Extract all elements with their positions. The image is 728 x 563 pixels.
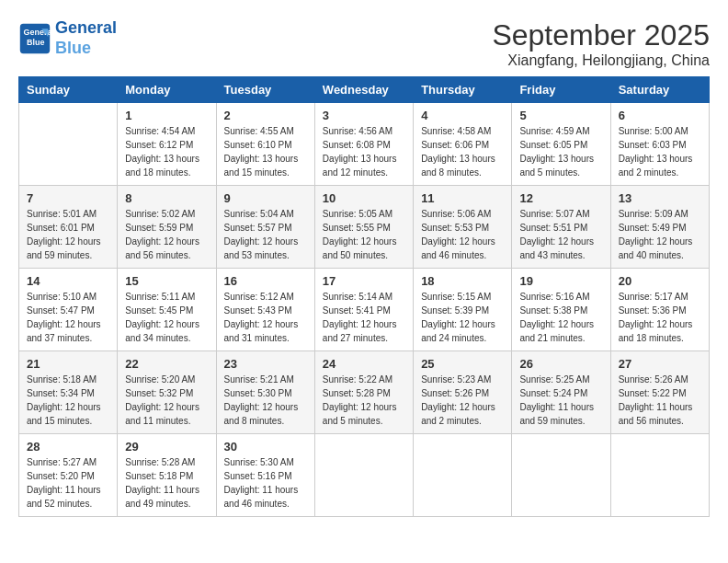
day-number: 15: [125, 274, 208, 288]
day-info: Sunrise: 5:09 AM Sunset: 5:49 PM Dayligh…: [619, 207, 701, 262]
day-info: Sunrise: 5:11 AM Sunset: 5:45 PM Dayligh…: [125, 290, 208, 345]
day-number: 14: [27, 274, 109, 288]
calendar-cell: [314, 434, 413, 517]
calendar-week-row: 21Sunrise: 5:18 AM Sunset: 5:34 PM Dayli…: [19, 351, 710, 434]
day-info: Sunrise: 5:04 AM Sunset: 5:57 PM Dayligh…: [224, 207, 307, 262]
calendar-cell: 19Sunrise: 5:16 AM Sunset: 5:38 PM Dayli…: [512, 269, 610, 351]
column-header-friday: Friday: [512, 77, 610, 103]
calendar-cell: 18Sunrise: 5:15 AM Sunset: 5:39 PM Dayli…: [414, 269, 512, 351]
day-info: Sunrise: 5:14 AM Sunset: 5:41 PM Dayligh…: [323, 290, 405, 345]
day-info: Sunrise: 5:22 AM Sunset: 5:28 PM Dayligh…: [323, 373, 405, 428]
calendar-cell: 8Sunrise: 5:02 AM Sunset: 5:59 PM Daylig…: [118, 186, 216, 269]
calendar-cell: 1Sunrise: 4:54 AM Sunset: 6:12 PM Daylig…: [118, 103, 216, 186]
calendar-cell: 16Sunrise: 5:12 AM Sunset: 5:43 PM Dayli…: [216, 269, 314, 351]
page-header: General Blue General Blue September 2025…: [18, 18, 710, 69]
day-number: 4: [421, 109, 504, 122]
calendar-cell: 7Sunrise: 5:01 AM Sunset: 6:01 PM Daylig…: [19, 186, 118, 269]
day-info: Sunrise: 5:01 AM Sunset: 6:01 PM Dayligh…: [27, 207, 109, 262]
calendar-cell: 28Sunrise: 5:27 AM Sunset: 5:20 PM Dayli…: [19, 434, 118, 517]
calendar-cell: [610, 434, 709, 517]
svg-text:Blue: Blue: [27, 38, 45, 47]
day-number: 27: [619, 357, 701, 371]
day-info: Sunrise: 5:05 AM Sunset: 5:55 PM Dayligh…: [323, 207, 405, 262]
day-number: 19: [519, 274, 602, 288]
calendar-cell: 17Sunrise: 5:14 AM Sunset: 5:41 PM Dayli…: [314, 269, 413, 351]
logo-text: General Blue: [55, 18, 117, 58]
logo: General Blue General Blue: [18, 18, 117, 58]
day-info: Sunrise: 5:30 AM Sunset: 5:16 PM Dayligh…: [224, 455, 307, 511]
column-header-thursday: Thursday: [414, 77, 512, 103]
page-subtitle: Xiangfang, Heilongjiang, China: [492, 52, 710, 69]
column-header-tuesday: Tuesday: [216, 77, 314, 103]
calendar-cell: 15Sunrise: 5:11 AM Sunset: 5:45 PM Dayli…: [118, 269, 216, 351]
day-info: Sunrise: 5:28 AM Sunset: 5:18 PM Dayligh…: [125, 455, 208, 511]
title-block: September 2025 Xiangfang, Heilongjiang, …: [492, 18, 710, 69]
day-info: Sunrise: 5:10 AM Sunset: 5:47 PM Dayligh…: [27, 290, 109, 345]
calendar-cell: [19, 103, 118, 186]
calendar-cell: 30Sunrise: 5:30 AM Sunset: 5:16 PM Dayli…: [216, 434, 314, 517]
day-number: 7: [27, 191, 109, 205]
logo-icon: General Blue: [18, 22, 51, 55]
calendar-cell: 20Sunrise: 5:17 AM Sunset: 5:36 PM Dayli…: [610, 269, 709, 351]
calendar-cell: 11Sunrise: 5:06 AM Sunset: 5:53 PM Dayli…: [414, 186, 512, 269]
day-info: Sunrise: 4:56 AM Sunset: 6:08 PM Dayligh…: [323, 124, 405, 179]
day-number: 13: [619, 191, 701, 205]
column-header-monday: Monday: [118, 77, 216, 103]
day-info: Sunrise: 5:26 AM Sunset: 5:22 PM Dayligh…: [619, 373, 701, 428]
day-info: Sunrise: 5:06 AM Sunset: 5:53 PM Dayligh…: [421, 207, 504, 262]
column-header-saturday: Saturday: [610, 77, 709, 103]
day-number: 17: [323, 274, 405, 288]
calendar-week-row: 7Sunrise: 5:01 AM Sunset: 6:01 PM Daylig…: [19, 186, 710, 269]
day-number: 18: [421, 274, 504, 288]
day-number: 28: [27, 440, 109, 454]
day-number: 5: [519, 109, 602, 122]
calendar-cell: 26Sunrise: 5:25 AM Sunset: 5:24 PM Dayli…: [512, 351, 610, 434]
calendar-cell: 21Sunrise: 5:18 AM Sunset: 5:34 PM Dayli…: [19, 351, 118, 434]
day-number: 26: [519, 357, 602, 371]
day-info: Sunrise: 5:20 AM Sunset: 5:32 PM Dayligh…: [125, 373, 208, 428]
calendar-week-row: 14Sunrise: 5:10 AM Sunset: 5:47 PM Dayli…: [19, 269, 710, 351]
calendar-cell: 24Sunrise: 5:22 AM Sunset: 5:28 PM Dayli…: [314, 351, 413, 434]
calendar-week-row: 28Sunrise: 5:27 AM Sunset: 5:20 PM Dayli…: [19, 434, 710, 517]
day-info: Sunrise: 5:12 AM Sunset: 5:43 PM Dayligh…: [224, 290, 307, 345]
day-number: 10: [323, 191, 405, 205]
day-info: Sunrise: 4:58 AM Sunset: 6:06 PM Dayligh…: [421, 124, 504, 179]
day-info: Sunrise: 4:59 AM Sunset: 6:05 PM Dayligh…: [519, 124, 602, 179]
calendar-cell: 4Sunrise: 4:58 AM Sunset: 6:06 PM Daylig…: [414, 103, 512, 186]
calendar-cell: 2Sunrise: 4:55 AM Sunset: 6:10 PM Daylig…: [216, 103, 314, 186]
day-info: Sunrise: 5:23 AM Sunset: 5:26 PM Dayligh…: [421, 373, 504, 428]
column-header-sunday: Sunday: [19, 77, 118, 103]
day-number: 8: [125, 191, 208, 205]
day-number: 22: [125, 357, 208, 371]
day-number: 24: [323, 357, 405, 371]
calendar-cell: [414, 434, 512, 517]
day-number: 3: [323, 109, 405, 122]
day-number: 25: [421, 357, 504, 371]
day-info: Sunrise: 5:16 AM Sunset: 5:38 PM Dayligh…: [519, 290, 602, 345]
day-number: 2: [224, 109, 307, 122]
calendar-cell: 5Sunrise: 4:59 AM Sunset: 6:05 PM Daylig…: [512, 103, 610, 186]
calendar-cell: 3Sunrise: 4:56 AM Sunset: 6:08 PM Daylig…: [314, 103, 413, 186]
day-info: Sunrise: 5:27 AM Sunset: 5:20 PM Dayligh…: [27, 455, 109, 511]
calendar-body: 1Sunrise: 4:54 AM Sunset: 6:12 PM Daylig…: [19, 103, 710, 517]
calendar-cell: 14Sunrise: 5:10 AM Sunset: 5:47 PM Dayli…: [19, 269, 118, 351]
calendar-cell: 13Sunrise: 5:09 AM Sunset: 5:49 PM Dayli…: [610, 186, 709, 269]
day-info: Sunrise: 4:54 AM Sunset: 6:12 PM Dayligh…: [125, 124, 208, 179]
column-header-wednesday: Wednesday: [314, 77, 413, 103]
day-info: Sunrise: 5:25 AM Sunset: 5:24 PM Dayligh…: [519, 373, 602, 428]
day-number: 30: [224, 440, 307, 454]
day-info: Sunrise: 5:02 AM Sunset: 5:59 PM Dayligh…: [125, 207, 208, 262]
calendar-table: SundayMondayTuesdayWednesdayThursdayFrid…: [18, 76, 710, 517]
day-info: Sunrise: 5:21 AM Sunset: 5:30 PM Dayligh…: [224, 373, 307, 428]
day-info: Sunrise: 5:00 AM Sunset: 6:03 PM Dayligh…: [619, 124, 701, 179]
day-info: Sunrise: 5:17 AM Sunset: 5:36 PM Dayligh…: [619, 290, 701, 345]
calendar-cell: 23Sunrise: 5:21 AM Sunset: 5:30 PM Dayli…: [216, 351, 314, 434]
calendar-header: SundayMondayTuesdayWednesdayThursdayFrid…: [19, 77, 710, 103]
calendar-header-row: SundayMondayTuesdayWednesdayThursdayFrid…: [19, 77, 710, 103]
calendar-cell: [512, 434, 610, 517]
day-info: Sunrise: 4:55 AM Sunset: 6:10 PM Dayligh…: [224, 124, 307, 179]
calendar-week-row: 1Sunrise: 4:54 AM Sunset: 6:12 PM Daylig…: [19, 103, 710, 186]
day-number: 6: [619, 109, 701, 122]
day-number: 16: [224, 274, 307, 288]
day-number: 9: [224, 191, 307, 205]
